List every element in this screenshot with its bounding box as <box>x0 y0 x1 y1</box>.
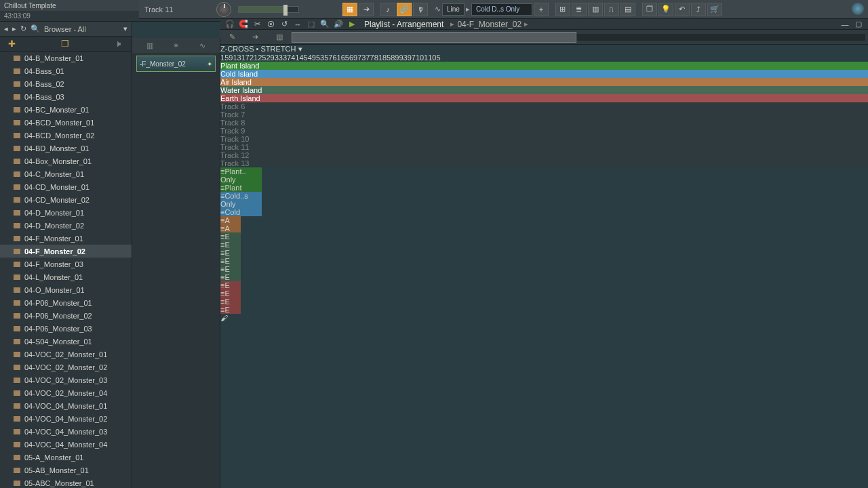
cut-icon[interactable]: ✂ <box>252 20 262 29</box>
automation-icon[interactable]: ∿ <box>199 41 205 50</box>
browser-item[interactable]: 04-VOC_04_Monster_01 <box>0 399 132 412</box>
track-header[interactable]: Track 10 <box>220 135 868 143</box>
view-mode-icon[interactable]: ▥ <box>146 41 153 50</box>
add-icon[interactable]: ✚ <box>8 39 16 49</box>
browser-item[interactable]: 04-P06_Monster_03 <box>0 322 132 335</box>
sync-icon[interactable]: ↺ <box>279 20 290 29</box>
playlist-overview[interactable]: ✎ ➜ ▥ <box>220 30 868 45</box>
tool-stamp-icon[interactable]: ▥ <box>276 33 283 41</box>
browser-header[interactable]: ◂ ▸ ↻ 🔍 Browser - All ▾ <box>0 22 132 37</box>
clip[interactable]: ≡Cold <box>220 208 262 216</box>
clip[interactable]: ≡E <box>220 298 241 306</box>
clip[interactable]: ≡Cold..s Only <box>220 192 262 208</box>
browser-item[interactable]: 04-VOC_04_Monster_03 <box>0 425 132 438</box>
clip[interactable]: ≡A <box>220 224 241 232</box>
browser-list[interactable]: 04-B_Monster_0104-Bass_0104-Bass_0204-Ba… <box>0 52 132 488</box>
clip[interactable]: ≡E <box>220 241 241 249</box>
clip[interactable]: ≡E <box>220 289 241 298</box>
shop-button[interactable]: 🛒 <box>707 3 722 16</box>
maximize-icon[interactable]: ▢ <box>853 20 864 29</box>
browser-item[interactable]: 05-AB_Monster_01 <box>0 464 132 476</box>
chevron-down-icon[interactable]: ▾ <box>298 45 302 53</box>
track-header[interactable]: Track 11 <box>220 143 868 151</box>
track-row[interactable]: ≡Cold..s Only≡Cold <box>220 192 868 216</box>
chevron-left-icon[interactable]: ◂ <box>4 24 8 33</box>
mute-icon[interactable]: 🕨 <box>115 39 123 49</box>
doc-icon[interactable]: ❐ <box>61 39 69 49</box>
browser-item[interactable]: 04-B_Monster_01 <box>0 52 132 64</box>
playlist-grid[interactable]: ≡Plant.. Only≡Plant≡Cold..s Only≡Cold≡A≡… <box>220 167 868 322</box>
track-row[interactable]: ≡E≡E≡E≡E <box>220 281 868 314</box>
chevron-right-icon[interactable]: ▸ <box>12 24 16 33</box>
clip[interactable]: ≡E <box>220 257 241 265</box>
browser-item[interactable]: 04-VOC_02_Monster_03 <box>0 373 132 386</box>
refresh-icon[interactable]: ↻ <box>20 24 26 33</box>
minimize-icon[interactable]: — <box>840 20 850 29</box>
track-header[interactable]: Track 8 <box>220 119 868 127</box>
online-icon[interactable] <box>852 3 864 15</box>
browser-item[interactable]: 04-BCD_Monster_01 <box>0 116 132 129</box>
browser-item[interactable]: 04-F_Monster_01 <box>0 232 132 245</box>
song-mode-button[interactable]: ➔ <box>359 3 374 16</box>
ruler-options[interactable]: Z-CROSS • STRETCH ▾ <box>220 45 868 54</box>
browser-item[interactable]: 04-F_Monster_02 <box>0 245 132 258</box>
track-header[interactable]: Plant Island <box>220 62 868 70</box>
song-position-bar[interactable] <box>238 6 299 13</box>
tempo-knob[interactable] <box>216 2 231 17</box>
clip[interactable]: ≡E <box>220 273 241 281</box>
pattern-expand-icon[interactable]: ✦ <box>207 60 212 68</box>
play-icon[interactable]: ▶ <box>347 20 357 29</box>
track-header[interactable]: Water Island <box>220 86 868 94</box>
browser-item[interactable]: 04-S04_Monster_01 <box>0 335 132 348</box>
browser-item[interactable]: 04-Box_Monster_01 <box>0 155 132 167</box>
clip[interactable]: ≡E <box>220 281 241 289</box>
browser-item[interactable]: 04-Bass_03 <box>0 90 132 103</box>
track-header[interactable]: Track 9 <box>220 127 868 135</box>
crossfade-icon[interactable]: ✶ <box>173 41 179 50</box>
clip[interactable]: ≡Plant.. Only <box>220 167 262 184</box>
clip[interactable]: ≡E <box>220 249 241 257</box>
browser-item[interactable]: 04-P06_Monster_01 <box>0 296 132 309</box>
browser-item[interactable]: 04-Bass_01 <box>0 64 132 77</box>
browser-item[interactable]: 04-D_Monster_01 <box>0 206 132 219</box>
track-row[interactable]: ≡A≡A <box>220 216 868 232</box>
pattern-add-button[interactable]: + <box>534 3 549 16</box>
track-row[interactable]: ≡Plant.. Only≡Plant <box>220 167 868 192</box>
browser-item[interactable]: 04-F_Monster_03 <box>0 258 132 270</box>
channel-rack-button[interactable]: ▥ <box>588 3 603 16</box>
headphones-icon[interactable]: 🎧 <box>224 20 235 29</box>
browser-item[interactable]: 04-CD_Monster_02 <box>0 193 132 206</box>
browser-item[interactable]: 04-VOC_04_Monster_02 <box>0 412 132 425</box>
tool-draw-icon[interactable]: ✎ <box>229 33 235 41</box>
snap-select[interactable]: Line <box>442 3 465 16</box>
playlist-button[interactable]: ⊞ <box>555 3 570 16</box>
stop-icon[interactable]: ⦿ <box>265 20 276 29</box>
track-header[interactable]: Track 12 <box>220 151 868 159</box>
clip[interactable]: ≡E <box>220 306 241 314</box>
browser-item[interactable]: 04-D_Monster_02 <box>0 219 132 232</box>
browser-item[interactable]: 05-A_Monster_01 <box>0 451 132 464</box>
hint-button[interactable]: 💡 <box>658 3 673 16</box>
clip[interactable]: ≡E <box>220 232 241 241</box>
browser-item[interactable]: 04-C_Monster_01 <box>0 167 132 180</box>
browser-item[interactable]: 04-P06_Monster_02 <box>0 309 132 322</box>
pattern-picker-cell[interactable]: -F_Monster_02 ✦ <box>136 56 216 72</box>
mixer-button[interactable]: ⎍ <box>604 3 619 16</box>
browser-item[interactable]: 04-Bass_02 <box>0 77 132 90</box>
link-button[interactable]: 🔗 <box>397 3 412 16</box>
browser-item[interactable]: 04-CD_Monster_01 <box>0 180 132 193</box>
track-row[interactable]: ≡E≡E≡E≡E≡E≡E <box>220 232 868 281</box>
search-icon[interactable]: 🔍 <box>31 24 40 33</box>
speaker-icon[interactable]: 🔊 <box>333 20 344 29</box>
tool-arrow-icon[interactable]: ➜ <box>252 33 258 41</box>
track-header[interactable]: Track 6 <box>220 102 868 110</box>
track-header[interactable]: Track 7 <box>220 110 868 119</box>
clip[interactable]: ≡A <box>220 216 241 224</box>
stretch-icon[interactable]: ↔ <box>292 20 303 29</box>
track-header[interactable]: Air Island <box>220 78 868 86</box>
chevron-down-icon[interactable]: ▾ <box>123 24 127 33</box>
pattern-mode-button[interactable]: ▦ <box>342 3 357 16</box>
clip[interactable]: ≡E <box>220 265 241 273</box>
browser-item[interactable]: 04-O_Monster_01 <box>0 283 132 296</box>
browser-item[interactable]: 04-L_Monster_01 <box>0 270 132 283</box>
